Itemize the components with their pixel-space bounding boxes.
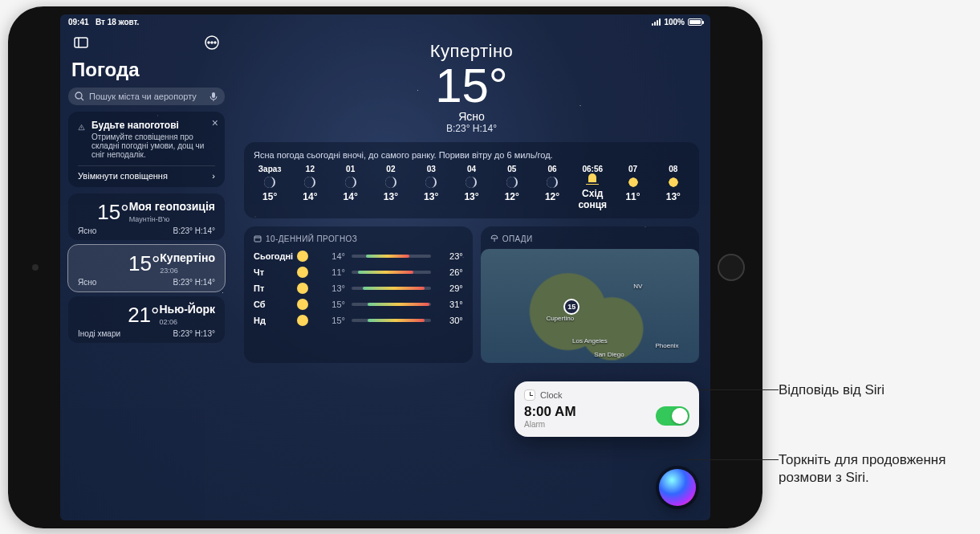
hourly-scroll[interactable]: Зараз15°1214°0114°0213°0313°0413°0512°06… (254, 165, 689, 210)
page-title: Погода (68, 59, 225, 81)
hour-label: 06 (547, 165, 556, 173)
hour-temp: 14° (303, 191, 317, 202)
city-range: В:23° Н:14° (129, 226, 215, 235)
day-lo: 15° (319, 300, 345, 309)
close-icon[interactable]: × (212, 116, 218, 129)
moon-icon (425, 177, 437, 188)
hour-temp: 12° (545, 191, 559, 202)
svg-rect-0 (75, 38, 87, 47)
city-name: Купертіно (160, 251, 215, 266)
sidebar-toggle-icon[interactable] (71, 33, 91, 52)
hour-label: 12 (306, 165, 315, 173)
map-label: Cupertino (546, 315, 574, 322)
day-lo: 14° (319, 251, 345, 261)
day-hi: 31° (437, 300, 463, 309)
svg-point-3 (208, 42, 209, 43)
day-lo: 15° (319, 316, 345, 325)
hero-range: В:23° Н:14° (244, 123, 699, 134)
alert-title: Будьте напоготові (91, 120, 215, 131)
main-content: Купертіно 15° Ясно В:23° Н:14° Ясна пого… (233, 30, 710, 520)
city-list: Моя геопозиція15°Маунтін-В'юЯсноВ:23° Н:… (68, 194, 225, 343)
hour-temp: 12° (505, 191, 519, 202)
hour-label: 05 (507, 165, 516, 173)
city-range: В:23° Н:14° (160, 278, 215, 287)
day-row: Нд15°30° (254, 312, 463, 328)
city-card[interactable]: Нью-Йорк21°02:06Іноді хмариВ:23° Н:13° (68, 296, 225, 343)
moon-icon (506, 177, 518, 188)
more-icon[interactable] (202, 33, 222, 52)
home-button[interactable] (718, 254, 745, 281)
hero-cond: Ясно (244, 110, 699, 123)
callout-siri-continue: Торкніть для продовження розмови з Siri. (779, 451, 963, 487)
umbrella-alert-icon (78, 120, 85, 136)
sun-icon (297, 315, 308, 326)
search-input[interactable]: Пошук міста чи аеропорту (68, 88, 225, 105)
day-row: Сб15°31° (254, 296, 463, 312)
alarm-sub: Alarm (524, 420, 576, 429)
hour-label: 03 (427, 165, 436, 173)
city-range: В:23° Н:13° (159, 329, 215, 338)
hour-temp: 15° (262, 191, 277, 202)
hour-label: 07 (628, 165, 637, 173)
hour-label: Зараз (258, 165, 282, 173)
moon-icon (345, 177, 356, 188)
siri-response-card[interactable]: Clock 8:00 AM Alarm (514, 381, 699, 437)
hour-cell: 0213° (375, 165, 407, 210)
temp-bar (352, 255, 431, 258)
moon-icon (264, 177, 275, 188)
day-lo: 11° (319, 267, 345, 277)
city-temp: 15° (78, 200, 129, 225)
map-pin[interactable]: 15 (563, 299, 579, 315)
tenday-panel: 10-ДЕННИЙ ПРОГНОЗ Сьогодні14°23°Чт11°26°… (244, 226, 473, 363)
precip-map[interactable]: 15 NVCupertinoLos AngelesSan DiegoPhoeni… (481, 249, 699, 363)
hourly-panel: Ясна погода сьогодні вночі, до самого ра… (244, 142, 699, 218)
alert-enable-button[interactable]: Увімкнути сповіщення › (78, 165, 215, 181)
hour-cell: 0413° (455, 165, 487, 210)
search-placeholder: Пошук міста чи аеропорту (89, 92, 204, 101)
hour-temp: 13° (464, 191, 478, 202)
city-card[interactable]: Моя геопозиція15°Маунтін-В'юЯсноВ:23° Н:… (68, 194, 225, 240)
hourly-desc: Ясна погода сьогодні вночі, до самого ра… (254, 150, 689, 160)
day-hi: 29° (437, 283, 463, 293)
city-cond: Ясно (78, 278, 160, 287)
moon-icon (385, 177, 396, 188)
hour-cell: 0711° (616, 165, 649, 210)
ipad-frame: 09:41 Вт 18 жовт. 100% (8, 6, 762, 528)
day-name: Пт (254, 283, 291, 293)
precip-panel[interactable]: ОПАДИ 15 NVCupertinoLos AngelesSan Diego… (481, 226, 699, 363)
hour-label: 06:56 (582, 165, 603, 173)
siri-orb-button[interactable] (659, 469, 696, 506)
mic-icon[interactable] (209, 92, 218, 101)
day-name: Сьогодні (254, 251, 291, 261)
moon-icon (547, 177, 558, 188)
hour-label: 04 (467, 165, 476, 173)
precip-title: ОПАДИ (502, 234, 533, 243)
temp-bar (352, 303, 431, 306)
city-sub: Маунтін-В'ю (129, 215, 215, 225)
city-cond: Ясно (78, 226, 129, 235)
callout-text-1: Відповідь від Siri (779, 382, 884, 397)
calendar-icon (254, 234, 262, 243)
hour-label: 08 (669, 165, 677, 173)
hour-cell: 06:56Схід сонця (576, 165, 608, 210)
callout-siri-response: Відповідь від Siri (779, 381, 884, 399)
svg-point-5 (214, 42, 216, 43)
hour-cell: 0813° (657, 165, 689, 210)
map-label: San Diego (594, 351, 624, 358)
sun-icon (297, 299, 308, 310)
battery-percent: 100% (664, 18, 685, 26)
chevron-right-icon: › (212, 171, 215, 181)
alarm-toggle[interactable] (656, 406, 689, 426)
hour-temp: 11° (625, 191, 640, 202)
city-temp: 15° (78, 251, 160, 276)
battery-icon (688, 18, 702, 26)
sun-icon (668, 177, 679, 188)
search-icon (75, 92, 84, 101)
alert-card: × Будьте напоготові Отримуйте сповіщення… (68, 112, 225, 187)
svg-rect-8 (212, 92, 215, 98)
city-card[interactable]: Купертіно15°23:06ЯсноВ:23° Н:14° (68, 245, 225, 291)
moon-icon (466, 177, 477, 188)
city-sub: 02:06 (159, 318, 215, 328)
temp-bar (352, 287, 431, 290)
screen: 09:41 Вт 18 жовт. 100% (60, 14, 710, 520)
